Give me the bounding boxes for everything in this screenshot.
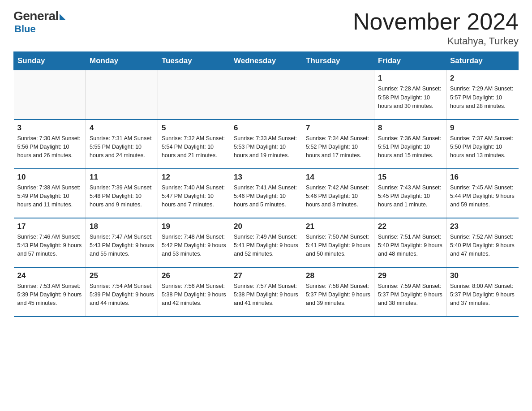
day-info: Sunrise: 7:54 AM Sunset: 5:39 PM Dayligh… (90, 282, 154, 308)
day-info: Sunrise: 7:28 AM Sunset: 5:58 PM Dayligh… (378, 85, 442, 111)
day-number: 13 (234, 173, 298, 182)
day-info: Sunrise: 7:58 AM Sunset: 5:37 PM Dayligh… (306, 282, 370, 308)
logo-arrow-icon (60, 14, 66, 20)
calendar-week-row: 10Sunrise: 7:38 AM Sunset: 5:49 PM Dayli… (14, 169, 519, 218)
day-info: Sunrise: 7:30 AM Sunset: 5:56 PM Dayligh… (17, 134, 82, 160)
day-number: 17 (17, 222, 82, 231)
calendar-day-cell: 4Sunrise: 7:31 AM Sunset: 5:55 PM Daylig… (86, 120, 158, 169)
location: Kutahya, Turkey (353, 35, 519, 47)
day-number: 24 (17, 271, 82, 280)
day-number: 4 (90, 124, 154, 133)
calendar-day-cell: 17Sunrise: 7:46 AM Sunset: 5:43 PM Dayli… (14, 218, 86, 267)
calendar-day-cell: 13Sunrise: 7:41 AM Sunset: 5:46 PM Dayli… (230, 169, 302, 218)
calendar-table: SundayMondayTuesdayWednesdayThursdayFrid… (13, 51, 519, 317)
day-info: Sunrise: 7:34 AM Sunset: 5:52 PM Dayligh… (306, 134, 370, 160)
calendar-week-row: 17Sunrise: 7:46 AM Sunset: 5:43 PM Dayli… (14, 218, 519, 267)
day-number: 12 (162, 173, 226, 182)
day-info: Sunrise: 7:50 AM Sunset: 5:41 PM Dayligh… (306, 233, 370, 259)
month-title: November 2024 (353, 9, 519, 34)
calendar-day-cell: 19Sunrise: 7:48 AM Sunset: 5:42 PM Dayli… (158, 218, 230, 267)
day-number: 5 (162, 124, 226, 133)
day-info: Sunrise: 7:32 AM Sunset: 5:54 PM Dayligh… (162, 134, 226, 160)
day-info: Sunrise: 7:49 AM Sunset: 5:41 PM Dayligh… (234, 233, 298, 259)
day-info: Sunrise: 7:47 AM Sunset: 5:43 PM Dayligh… (90, 233, 154, 259)
calendar-day-cell: 11Sunrise: 7:39 AM Sunset: 5:48 PM Dayli… (86, 169, 158, 218)
day-info: Sunrise: 7:57 AM Sunset: 5:38 PM Dayligh… (234, 282, 298, 308)
day-info: Sunrise: 7:52 AM Sunset: 5:40 PM Dayligh… (450, 233, 515, 259)
calendar-day-cell: 7Sunrise: 7:34 AM Sunset: 5:52 PM Daylig… (302, 120, 374, 169)
calendar-day-cell (302, 70, 374, 120)
calendar-day-cell (230, 70, 302, 120)
logo-general-text: General (13, 9, 59, 23)
day-info: Sunrise: 7:43 AM Sunset: 5:45 PM Dayligh… (378, 184, 442, 210)
calendar-day-cell: 26Sunrise: 7:56 AM Sunset: 5:38 PM Dayli… (158, 267, 230, 317)
day-number: 14 (306, 173, 370, 182)
logo-line2: Blue (14, 23, 36, 35)
day-info: Sunrise: 7:53 AM Sunset: 5:39 PM Dayligh… (17, 282, 82, 308)
calendar-day-cell: 29Sunrise: 7:59 AM Sunset: 5:37 PM Dayli… (374, 267, 446, 317)
day-info: Sunrise: 7:48 AM Sunset: 5:42 PM Dayligh… (162, 233, 226, 259)
logo: General Blue (13, 9, 67, 35)
day-info: Sunrise: 7:36 AM Sunset: 5:51 PM Dayligh… (378, 134, 442, 160)
day-number: 19 (162, 222, 226, 231)
day-number: 8 (378, 124, 442, 133)
page-header: General Blue November 2024 Kutahya, Turk… (13, 9, 519, 47)
calendar-day-cell: 18Sunrise: 7:47 AM Sunset: 5:43 PM Dayli… (86, 218, 158, 267)
day-number: 18 (90, 222, 154, 231)
calendar-day-cell: 2Sunrise: 7:29 AM Sunset: 5:57 PM Daylig… (446, 70, 519, 120)
day-info: Sunrise: 7:59 AM Sunset: 5:37 PM Dayligh… (378, 282, 442, 308)
day-number: 7 (306, 124, 370, 133)
day-of-week-header: Wednesday (230, 52, 302, 70)
day-number: 28 (306, 271, 370, 280)
day-info: Sunrise: 7:29 AM Sunset: 5:57 PM Dayligh… (450, 85, 515, 111)
day-number: 10 (17, 173, 82, 182)
day-number: 30 (450, 271, 515, 280)
calendar-day-cell: 1Sunrise: 7:28 AM Sunset: 5:58 PM Daylig… (374, 70, 446, 120)
calendar-day-cell: 22Sunrise: 7:51 AM Sunset: 5:40 PM Dayli… (374, 218, 446, 267)
calendar-day-cell: 16Sunrise: 7:45 AM Sunset: 5:44 PM Dayli… (446, 169, 519, 218)
day-info: Sunrise: 8:00 AM Sunset: 5:37 PM Dayligh… (450, 282, 515, 308)
calendar-day-cell (14, 70, 86, 120)
calendar-day-cell: 12Sunrise: 7:40 AM Sunset: 5:47 PM Dayli… (158, 169, 230, 218)
calendar-day-cell (86, 70, 158, 120)
day-number: 27 (234, 271, 298, 280)
day-number: 2 (450, 74, 515, 83)
calendar-day-cell: 5Sunrise: 7:32 AM Sunset: 5:54 PM Daylig… (158, 120, 230, 169)
calendar-week-row: 3Sunrise: 7:30 AM Sunset: 5:56 PM Daylig… (14, 120, 519, 169)
calendar-day-cell: 9Sunrise: 7:37 AM Sunset: 5:50 PM Daylig… (446, 120, 519, 169)
day-info: Sunrise: 7:45 AM Sunset: 5:44 PM Dayligh… (450, 184, 515, 210)
calendar-day-cell: 14Sunrise: 7:42 AM Sunset: 5:46 PM Dayli… (302, 169, 374, 218)
calendar-day-cell: 24Sunrise: 7:53 AM Sunset: 5:39 PM Dayli… (14, 267, 86, 317)
day-info: Sunrise: 7:33 AM Sunset: 5:53 PM Dayligh… (234, 134, 298, 160)
calendar-day-cell: 27Sunrise: 7:57 AM Sunset: 5:38 PM Dayli… (230, 267, 302, 317)
day-info: Sunrise: 7:37 AM Sunset: 5:50 PM Dayligh… (450, 134, 515, 160)
day-number: 15 (378, 173, 442, 182)
day-number: 20 (234, 222, 298, 231)
calendar-day-cell: 10Sunrise: 7:38 AM Sunset: 5:49 PM Dayli… (14, 169, 86, 218)
calendar-header-row: SundayMondayTuesdayWednesdayThursdayFrid… (14, 52, 519, 70)
day-info: Sunrise: 7:51 AM Sunset: 5:40 PM Dayligh… (378, 233, 442, 259)
calendar-day-cell: 21Sunrise: 7:50 AM Sunset: 5:41 PM Dayli… (302, 218, 374, 267)
calendar-week-row: 1Sunrise: 7:28 AM Sunset: 5:58 PM Daylig… (14, 70, 519, 120)
day-number: 22 (378, 222, 442, 231)
day-info: Sunrise: 7:41 AM Sunset: 5:46 PM Dayligh… (234, 184, 298, 210)
day-of-week-header: Sunday (14, 52, 86, 70)
title-area: November 2024 Kutahya, Turkey (353, 9, 519, 47)
day-number: 11 (90, 173, 154, 182)
day-number: 6 (234, 124, 298, 133)
day-number: 29 (378, 271, 442, 280)
day-number: 23 (450, 222, 515, 231)
day-of-week-header: Saturday (446, 52, 519, 70)
day-of-week-header: Friday (374, 52, 446, 70)
day-of-week-header: Tuesday (158, 52, 230, 70)
day-number: 21 (306, 222, 370, 231)
day-of-week-header: Thursday (302, 52, 374, 70)
day-info: Sunrise: 7:42 AM Sunset: 5:46 PM Dayligh… (306, 184, 370, 210)
calendar-day-cell: 8Sunrise: 7:36 AM Sunset: 5:51 PM Daylig… (374, 120, 446, 169)
day-of-week-header: Monday (86, 52, 158, 70)
day-info: Sunrise: 7:31 AM Sunset: 5:55 PM Dayligh… (90, 134, 154, 160)
day-info: Sunrise: 7:38 AM Sunset: 5:49 PM Dayligh… (17, 184, 82, 210)
calendar-day-cell: 23Sunrise: 7:52 AM Sunset: 5:40 PM Dayli… (446, 218, 519, 267)
day-info: Sunrise: 7:56 AM Sunset: 5:38 PM Dayligh… (162, 282, 226, 308)
calendar-day-cell: 15Sunrise: 7:43 AM Sunset: 5:45 PM Dayli… (374, 169, 446, 218)
